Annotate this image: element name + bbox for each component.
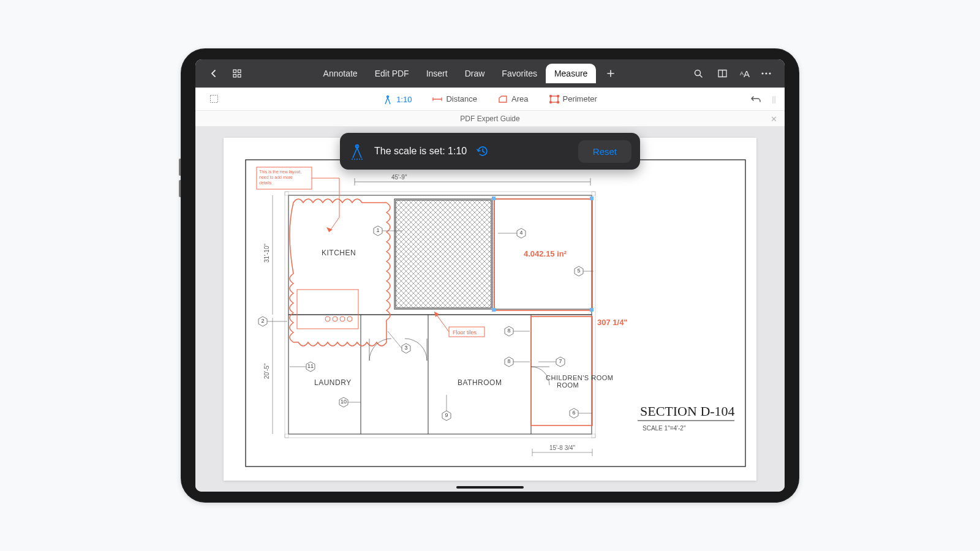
tab-favorites[interactable]: Favorites xyxy=(493,64,546,83)
measure-tools: 1:10 Distance Area xyxy=(377,91,603,108)
svg-text:SCALE 1"=4'-2": SCALE 1"=4'-2" xyxy=(643,425,686,432)
svg-point-11 xyxy=(549,95,551,97)
perimeter-icon xyxy=(549,94,559,104)
perimeter-tool[interactable]: Perimeter xyxy=(543,91,603,108)
svg-rect-3 xyxy=(238,75,241,78)
svg-text:This is the new layout,
      : This is the new layout, need to add more… xyxy=(259,170,303,185)
grid-view-button[interactable] xyxy=(227,64,247,83)
main-toolbar: Annotate Edit PDF Insert Draw Favorites … xyxy=(195,59,785,88)
area-label: Area xyxy=(511,94,528,103)
measure-toolbar: 1:10 Distance Area xyxy=(195,88,785,111)
document-titlebar: PDF Expert Guide ✕ xyxy=(195,111,785,127)
svg-text:307 1/4": 307 1/4" xyxy=(597,318,628,327)
distance-label: Distance xyxy=(446,94,477,103)
bookmarks-button[interactable] xyxy=(713,64,733,83)
svg-text:20'-5": 20'-5" xyxy=(263,363,270,379)
close-document-button[interactable]: ✕ xyxy=(771,114,777,123)
home-indicator[interactable] xyxy=(456,486,524,489)
svg-text:31'-10": 31'-10" xyxy=(263,244,270,263)
svg-text:KITCHEN: KITCHEN xyxy=(322,249,356,257)
scale-tool[interactable]: 1:10 xyxy=(377,91,418,112)
dim-top: 45'-9" xyxy=(355,174,590,186)
svg-rect-30 xyxy=(285,434,595,438)
svg-rect-34 xyxy=(297,290,358,329)
svg-rect-0 xyxy=(233,70,236,73)
distance-tool[interactable]: Distance xyxy=(426,91,483,108)
tab-measure[interactable]: Measure xyxy=(546,64,596,83)
compass-icon xyxy=(383,95,393,105)
more-button[interactable] xyxy=(756,64,776,83)
svg-rect-42 xyxy=(492,308,496,312)
svg-rect-41 xyxy=(590,197,594,200)
ipad-volume-down xyxy=(179,180,181,197)
svg-text:4: 4 xyxy=(519,230,522,236)
svg-text:1: 1 xyxy=(376,227,379,233)
reset-button[interactable]: Reset xyxy=(578,140,631,163)
svg-point-6 xyxy=(765,72,767,74)
undo-controls: || xyxy=(746,89,776,109)
svg-text:SECTION D-104: SECTION D-104 xyxy=(640,403,735,419)
compass-icon xyxy=(349,143,366,160)
redo-divider: || xyxy=(772,94,776,103)
svg-text:5: 5 xyxy=(577,268,580,274)
tab-insert[interactable]: Insert xyxy=(418,64,456,83)
svg-text:CHILDREN'S ROOM
              : CHILDREN'S ROOM ROOM xyxy=(546,374,616,389)
floorplan: 45'-9" xyxy=(244,159,747,468)
svg-point-13 xyxy=(549,101,551,103)
svg-text:LAUNDRY: LAUNDRY xyxy=(314,378,352,387)
ipad-volume-up xyxy=(179,159,181,176)
scale-toast: The scale is set: 1:10 Reset xyxy=(340,133,640,170)
canvas[interactable]: 45'-9" xyxy=(195,127,785,492)
svg-rect-45 xyxy=(531,317,592,425)
svg-rect-43 xyxy=(590,308,594,312)
back-button[interactable] xyxy=(204,64,224,83)
svg-text:11: 11 xyxy=(307,363,314,369)
tab-annotate[interactable]: Annotate xyxy=(315,64,366,83)
svg-text:8: 8 xyxy=(507,328,510,334)
svg-line-70 xyxy=(388,331,402,348)
scale-value: 1:10 xyxy=(396,95,412,104)
toolbar-tabs: Annotate Edit PDF Insert Draw Favorites … xyxy=(315,64,621,83)
svg-rect-2 xyxy=(233,75,236,78)
svg-rect-8 xyxy=(210,96,217,103)
pdf-page: 45'-9" xyxy=(224,138,756,481)
svg-text:10: 10 xyxy=(341,399,347,405)
document-title: PDF Expert Guide xyxy=(460,114,519,123)
perimeter-label: Perimeter xyxy=(563,94,597,103)
search-button[interactable] xyxy=(688,64,708,83)
svg-text:3: 3 xyxy=(404,345,407,351)
svg-text:2: 2 xyxy=(261,318,264,324)
add-tab-button[interactable] xyxy=(601,64,620,83)
svg-point-38 xyxy=(347,317,352,321)
svg-text:Floor tiles: Floor tiles xyxy=(453,329,477,335)
svg-rect-27 xyxy=(285,192,288,438)
selection-tool-button[interactable] xyxy=(204,89,224,109)
svg-text:45'-9": 45'-9" xyxy=(391,174,407,181)
history-icon[interactable] xyxy=(475,144,490,159)
svg-rect-40 xyxy=(492,197,496,200)
area-tool[interactable]: Area xyxy=(492,91,534,108)
svg-point-36 xyxy=(333,317,337,321)
svg-text:4.042.15 in²: 4.042.15 in² xyxy=(524,249,567,258)
toolbar-right: AA xyxy=(688,64,776,83)
svg-point-7 xyxy=(769,72,771,74)
svg-text:9: 9 xyxy=(445,412,448,418)
svg-text:15'-8 3/4": 15'-8 3/4" xyxy=(549,444,576,451)
svg-point-35 xyxy=(325,317,330,321)
svg-point-12 xyxy=(557,95,559,97)
tab-draw[interactable]: Draw xyxy=(456,64,494,83)
tab-edit-pdf[interactable]: Edit PDF xyxy=(366,64,418,83)
svg-point-37 xyxy=(340,317,345,321)
svg-point-14 xyxy=(557,101,559,103)
toast-text: The scale is set: 1:10 xyxy=(374,146,467,157)
undo-button[interactable] xyxy=(746,89,766,109)
svg-text:6: 6 xyxy=(572,410,575,416)
svg-point-5 xyxy=(761,72,763,74)
distance-icon xyxy=(432,94,442,104)
svg-rect-1 xyxy=(238,70,241,73)
svg-text:BATHROOM: BATHROOM xyxy=(458,378,502,387)
area-icon xyxy=(498,94,508,104)
text-size-button[interactable]: AA xyxy=(737,64,752,83)
ipad-frame: Annotate Edit PDF Insert Draw Favorites … xyxy=(181,48,799,503)
svg-text:8: 8 xyxy=(507,358,510,364)
